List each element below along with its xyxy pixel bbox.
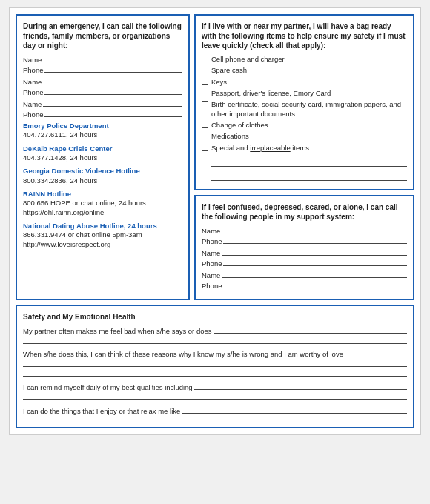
checklist-item-9 (202, 155, 407, 167)
checkbox-9[interactable] (202, 156, 208, 162)
sentence-text-2: When s/he does this, I can think of thes… (23, 350, 343, 358)
sentence-underline-4a (182, 406, 407, 414)
support-group-2: Name Phone (202, 248, 407, 268)
checklist-text-2: Spare cash (211, 66, 247, 75)
checklist-item-2: Spare cash (202, 66, 407, 75)
contact-group-3: Name Phone (23, 99, 182, 119)
safety-plan-page: During an emergency, I can call the foll… (9, 7, 421, 435)
phone-field-2: Phone (23, 87, 182, 96)
support-name-underline-2 (222, 248, 407, 256)
support-name-3: Name (202, 271, 407, 279)
hotline-national-name: National Dating Abuse Hotline, 24 hours (23, 222, 182, 231)
support-phone-2: Phone (202, 259, 407, 268)
support-phone-underline-2 (223, 259, 407, 266)
extra-line-2a (23, 359, 407, 367)
sentence-line-4a: I can do the things that I enjoy or that… (23, 406, 407, 415)
phone-underline-1 (44, 65, 182, 73)
checkbox-1[interactable] (202, 56, 208, 62)
sentence-wrap-4: I can do the things that I enjoy or that… (23, 406, 407, 415)
checklist-item-1: Cell phone and charger (202, 55, 407, 64)
hotline-dekalb-name: DeKalb Rape Crisis Center (23, 145, 182, 153)
support-phone-1: Phone (202, 236, 407, 245)
hotline-georgia-name: Georgia Domestic Violence Hotline (23, 167, 182, 176)
checklist-text-1: Cell phone and charger (211, 55, 285, 64)
checklist-text-4: Passport, driver's license, Emory Card (211, 89, 331, 98)
hotline-emory-name: Emory Police Department (23, 122, 182, 130)
support-name-underline-1 (222, 226, 407, 233)
checkbox-10[interactable] (202, 170, 208, 176)
phone-label-2: Phone (23, 88, 43, 96)
checkbox-6[interactable] (202, 122, 208, 128)
checklist-text-3: Keys (211, 78, 227, 87)
extra-line-3 (23, 393, 407, 400)
support-phone-label-1: Phone (202, 237, 222, 245)
checkbox-4[interactable] (202, 90, 208, 96)
checklist-item-8: Special and irreplaceable items (202, 144, 407, 153)
emotional-health-title: Safety and My Emotional Health (23, 312, 407, 322)
support-phone-3: Phone (202, 281, 407, 290)
checklist-text-7: Medications (211, 132, 249, 141)
phone-label-1: Phone (23, 66, 43, 74)
blank-line-9 (211, 159, 407, 167)
right-column: If I live with or near my partner, I wil… (194, 14, 414, 300)
hotline-national: National Dating Abuse Hotline, 24 hours … (23, 222, 182, 249)
support-name-label-2: Name (202, 249, 220, 257)
emotional-health-box: Safety and My Emotional Health My partne… (16, 305, 414, 428)
emergency-contacts-box: During an emergency, I can call the foll… (16, 14, 190, 300)
checklist-item-10 (202, 169, 407, 181)
checklist-item-4: Passport, driver's license, Emory Card (202, 89, 407, 98)
support-system-box: If I feel confused, depressed, scared, o… (194, 195, 414, 300)
checkbox-2[interactable] (202, 67, 208, 73)
bag-items-box: If I live with or near my partner, I wil… (194, 14, 414, 190)
support-phone-underline-1 (223, 236, 407, 244)
hotline-rainn: RAINN Hotline 800.656.HOPE or chat onlin… (23, 190, 182, 217)
support-phone-underline-3 (223, 281, 407, 288)
checklist-item-6: Change of clothes (202, 121, 407, 130)
hotline-rainn-name: RAINN Hotline (23, 190, 182, 199)
support-phone-label-2: Phone (202, 259, 222, 268)
sentence-text-4: I can do the things that I enjoy or that… (23, 407, 180, 415)
phone-field-1: Phone (23, 65, 182, 74)
name-label-1: Name (23, 56, 42, 64)
support-name-label-3: Name (202, 271, 220, 279)
checklist-text-5: Birth certificate, social security card,… (211, 100, 407, 119)
support-phone-label-3: Phone (202, 282, 222, 290)
phone-underline-2 (44, 87, 182, 95)
sentence-wrap-2: When s/he does this, I can think of thes… (23, 350, 407, 377)
hotline-rainn-detail: 800.656.HOPE or chat online, 24 hourshtt… (23, 199, 182, 217)
contact-group-1: Name Phone (23, 55, 182, 74)
support-name-underline-3 (222, 271, 407, 278)
checkbox-3[interactable] (202, 79, 208, 85)
contact-group-2: Name Phone (23, 77, 182, 96)
phone-underline-3 (44, 110, 182, 117)
hotline-dekalb: DeKalb Rape Crisis Center 404.377.1428, … (23, 145, 182, 163)
support-name-2: Name (202, 248, 407, 257)
name-underline-1 (43, 55, 182, 62)
support-group-1: Name Phone (202, 226, 407, 245)
checklist-text-6: Change of clothes (211, 121, 268, 130)
hotline-georgia: Georgia Domestic Violence Hotline 800.33… (23, 167, 182, 185)
checkbox-5[interactable] (202, 101, 208, 107)
hotline-dekalb-detail: 404.377.1428, 24 hours (23, 153, 182, 162)
bag-items-title: If I live with or near my partner, I wil… (202, 21, 407, 50)
sentence-wrap-3: I can remind myself daily of my best qua… (23, 382, 407, 400)
hotline-georgia-detail: 800.334.2836, 24 hours (23, 176, 182, 185)
sentence-underline-3a (194, 382, 407, 390)
checklist-text-8: Special and irreplaceable items (211, 144, 309, 153)
sentence-text-3: I can remind myself daily of my best qua… (23, 383, 193, 391)
sentence-line-3a: I can remind myself daily of my best qua… (23, 382, 407, 391)
name-label-3: Name (23, 100, 42, 108)
emergency-contacts-title: During an emergency, I can call the foll… (23, 21, 182, 50)
name-underline-3 (43, 99, 182, 107)
name-field-1: Name (23, 55, 182, 64)
checkbox-7[interactable] (202, 133, 208, 139)
hotline-emory-detail: 404.727.6111, 24 hours (23, 130, 182, 139)
extra-line-1 (23, 336, 407, 344)
sentence-line-2a: When s/he does this, I can think of thes… (23, 350, 407, 358)
checkbox-8[interactable] (202, 145, 208, 151)
sentence-wrap-1: My partner often makes me feel bad when … (23, 326, 407, 344)
support-name-1: Name (202, 226, 407, 235)
blank-line-10 (211, 173, 407, 181)
support-name-label-1: Name (202, 227, 220, 235)
name-underline-2 (43, 77, 182, 84)
